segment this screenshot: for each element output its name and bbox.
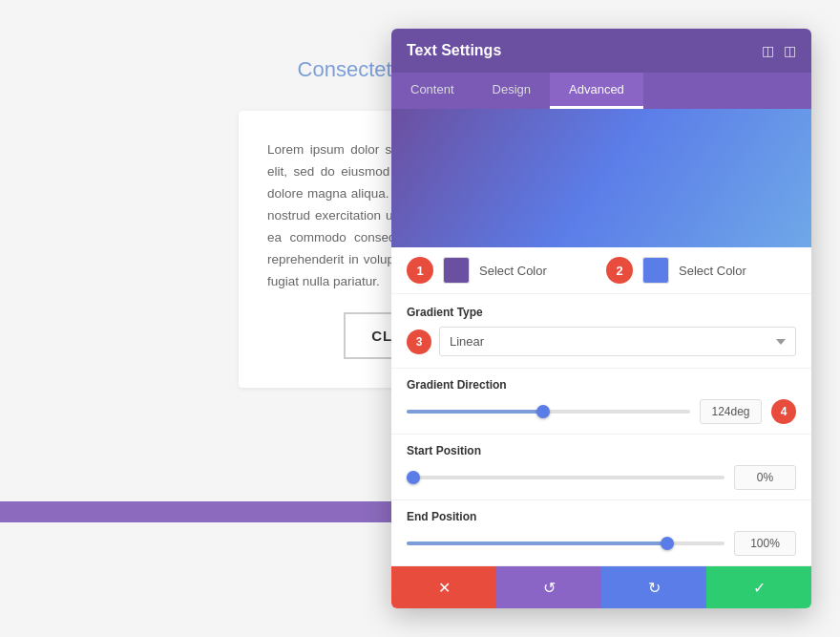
- gradient-direction-label: Gradient Direction: [407, 378, 796, 392]
- color2-swatch[interactable]: [642, 257, 669, 284]
- tab-advanced[interactable]: Advanced: [550, 73, 643, 109]
- save-button[interactable]: ✓: [706, 566, 811, 608]
- start-position-section: Start Position: [391, 435, 811, 500]
- end-position-section: End Position: [391, 500, 811, 566]
- end-position-label: End Position: [407, 510, 796, 523]
- color-row: 1 Select Color 2 Select Color: [391, 247, 811, 294]
- gradient-type-section: Gradient Type 3 Linear Radial: [391, 294, 811, 369]
- start-position-label: Start Position: [407, 444, 796, 457]
- end-position-value[interactable]: [734, 531, 796, 556]
- gradient-direction-section: Gradient Direction 4: [391, 369, 811, 435]
- gradient-direction-badge: 4: [771, 399, 796, 424]
- redo-button[interactable]: ↻: [601, 566, 706, 608]
- save-icon: ✓: [753, 579, 766, 597]
- redo-icon: ↻: [648, 579, 661, 597]
- color1-badge: 1: [407, 257, 433, 284]
- panel-footer: ✕ ↺ ↻ ✓: [391, 566, 811, 608]
- tab-content[interactable]: Content: [391, 73, 473, 109]
- undo-button[interactable]: ↺: [496, 566, 601, 608]
- panel-body: 1 Select Color 2 Select Color Gradient T…: [391, 109, 811, 566]
- gradient-type-label: Gradient Type: [407, 306, 796, 319]
- gradient-type-select[interactable]: Linear Radial: [439, 327, 796, 356]
- cancel-button[interactable]: ✕: [391, 566, 496, 608]
- end-position-track[interactable]: [407, 541, 724, 545]
- tab-design[interactable]: Design: [473, 73, 550, 109]
- panel-tabs: Content Design Advanced: [391, 73, 811, 109]
- end-position-thumb[interactable]: [661, 537, 674, 550]
- end-position-fill: [407, 541, 667, 545]
- gradient-direction-thumb[interactable]: [536, 405, 550, 418]
- gradient-direction-row: 4: [407, 399, 796, 424]
- color1-label[interactable]: Select Color: [479, 264, 597, 278]
- start-position-value[interactable]: [734, 465, 796, 490]
- panel-scroll-area[interactable]: 1 Select Color 2 Select Color Gradient T…: [391, 247, 811, 566]
- split-icon[interactable]: ◫: [784, 43, 796, 58]
- gradient-preview: [391, 109, 811, 247]
- start-position-track[interactable]: [407, 476, 724, 479]
- gradient-direction-fill: [407, 410, 543, 414]
- panel-header: Text Settings ◫ ◫: [391, 29, 811, 73]
- start-position-thumb[interactable]: [407, 471, 420, 484]
- gradient-type-row: 3 Linear Radial: [407, 327, 796, 356]
- expand-icon[interactable]: ◫: [762, 43, 774, 58]
- gradient-type-badge: 3: [407, 329, 431, 354]
- end-position-row: [407, 531, 796, 556]
- color2-label[interactable]: Select Color: [679, 264, 796, 278]
- color1-swatch[interactable]: [443, 257, 470, 284]
- cancel-icon: ✕: [438, 579, 451, 597]
- panel-header-icons: ◫ ◫: [762, 43, 796, 58]
- gradient-direction-track[interactable]: [407, 410, 690, 414]
- settings-panel: Text Settings ◫ ◫ Content Design Advance…: [391, 29, 811, 608]
- undo-icon: ↺: [543, 579, 556, 597]
- panel-title: Text Settings: [407, 42, 501, 59]
- start-position-row: [407, 465, 796, 490]
- color2-badge: 2: [606, 257, 633, 284]
- bottom-bar: [0, 501, 401, 522]
- gradient-direction-value[interactable]: [700, 399, 762, 424]
